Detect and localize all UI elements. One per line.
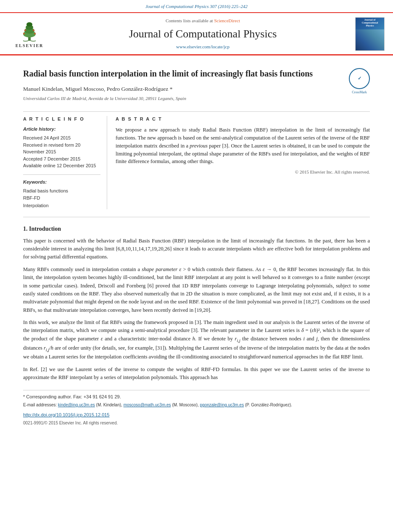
article-title-block: Radial basis function interpolation in t…: [23, 68, 340, 107]
journal-center-info: Contents lists available at ScienceDirec…: [55, 18, 351, 50]
article-history: Article history: Received 24 April 2015 …: [23, 126, 100, 169]
paragraph-3: In this work, we analyze the limit of fl…: [23, 319, 370, 361]
elsevier-tree-icon: [15, 19, 44, 42]
svg-point-8: [33, 29, 34, 31]
article-title-section: Radial basis function interpolation in t…: [23, 68, 370, 107]
svg-point-4: [26, 22, 32, 26]
article-affiliation: Universidad Carlos III de Madrid, Avenid…: [23, 95, 340, 102]
svg-point-7: [24, 29, 26, 31]
copyright-text: © 2015 Elsevier Inc. All rights reserved…: [116, 169, 370, 176]
email-link-3[interactable]: pgonzale@ing.uc3m.es: [200, 403, 244, 407]
journal-cover-image: Journal of Computational Physics: [355, 17, 385, 51]
svg-point-6: [34, 33, 36, 34]
paragraph-1: This paper is concerned with the behavio…: [23, 237, 370, 261]
svg-point-5: [23, 33, 25, 34]
corresponding-author-note: * Corresponding author. Fax: +34 91 624 …: [23, 394, 370, 400]
abstract-heading: A B S T R A C T: [116, 116, 370, 123]
crossmark-badge: ✓ CrossMark: [349, 68, 370, 89]
received-date: Received 24 April 2015: [23, 134, 100, 142]
paragraph-4: In Ref. [2] we use the Laurent series of…: [23, 366, 370, 382]
received-revised-date: Received in revised form 20 November 201…: [23, 142, 100, 155]
article-info-panel: A R T I C L E I N F O Article history: R…: [23, 116, 107, 209]
keywords-section: Keywords: Radial basis functions RBF-FD …: [23, 179, 100, 210]
elsevier-brand-text: ELSEVIER: [16, 43, 44, 49]
abstract-text: We propose a new approach to study Radia…: [116, 126, 370, 166]
accepted-date: Accepted 7 December 2015: [23, 155, 100, 163]
cover-title-text: Journal of Computational Physics: [361, 18, 379, 29]
journal-url: www.elsevier.com/locate/jcp: [55, 44, 351, 50]
keyword-3: Interpolation: [23, 202, 100, 210]
article-authors: Manuel Kindelan, Miguel Moscoso, Pedro G…: [23, 85, 340, 93]
history-title: Article history:: [23, 126, 100, 133]
keywords-title: Keywords:: [23, 179, 100, 186]
info-divider: [23, 174, 100, 175]
top-bar: Journal of Computational Physics 307 (20…: [0, 0, 393, 13]
journal-header: ELSEVIER Contents lists available at Sci…: [0, 13, 393, 55]
journal-title: Journal of Computational Physics: [55, 26, 351, 42]
main-content: Radial basis function interpolation in t…: [0, 55, 393, 435]
footer-copyright: 0021-9991/© 2015 Elsevier Inc. All right…: [23, 420, 370, 427]
section-divider-1: [23, 217, 370, 217]
article-footer: * Corresponding author. Fax: +34 91 624 …: [23, 390, 370, 426]
doi-link[interactable]: http://dx.doi.org/10.1016/j.jcp.2015.12.…: [23, 412, 370, 419]
article-info-grid: A R T I C L E I N F O Article history: R…: [23, 111, 370, 209]
abstract-panel: A B S T R A C T We propose a new approac…: [116, 116, 370, 209]
sciencedirect-link[interactable]: ScienceDirect: [214, 18, 240, 23]
journal-reference: Journal of Computational Physics 307 (20…: [145, 4, 248, 9]
available-online-date: Available online 12 December 2015: [23, 162, 100, 169]
introduction-section: 1. Introduction This paper is concerned …: [23, 225, 370, 382]
sciencedirect-label: Contents lists available at ScienceDirec…: [55, 18, 351, 24]
paragraph-2: Many RBFs commonly used in interpolation…: [23, 266, 370, 314]
keyword-2: RBF-FD: [23, 195, 100, 202]
crossmark-label: CrossMark: [349, 90, 370, 95]
crossmark-icon: ✓: [349, 68, 370, 89]
cover-graphic: [356, 29, 384, 50]
email-addresses: E-mail addresses: kinde@ing.uc3m.es (M. …: [23, 402, 370, 408]
section-1-title: 1. Introduction: [23, 225, 370, 233]
article-info-heading: A R T I C L E I N F O: [23, 116, 100, 123]
keyword-1: Radial basis functions: [23, 187, 100, 195]
elsevier-logo: ELSEVIER: [8, 19, 50, 49]
article-title: Radial basis function interpolation in t…: [23, 68, 340, 79]
email-link-1[interactable]: kinde@ing.uc3m.es: [58, 403, 95, 407]
email-link-2[interactable]: moscoso@math.uc3m.es: [124, 403, 171, 407]
